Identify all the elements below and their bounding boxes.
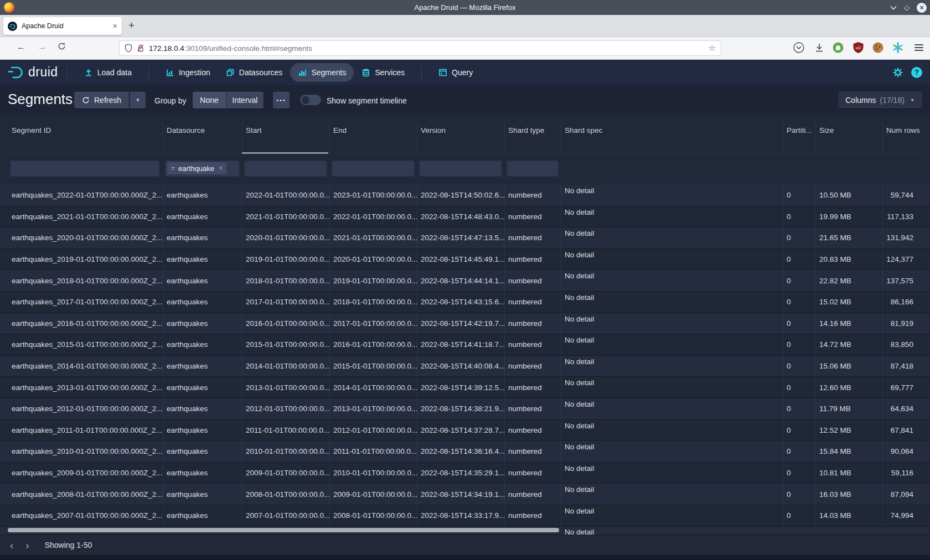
filter-input-end[interactable]	[332, 160, 415, 177]
table-row[interactable]: earthquakes_2011-01-01T00:00:00.000Z_2..…	[0, 420, 930, 442]
filter-input-version[interactable]	[419, 160, 502, 177]
nav-item-ingestion[interactable]: Ingestion	[158, 63, 218, 82]
horizontal-scrollbar-thumb[interactable]	[8, 528, 559, 532]
filter-input-segment-id[interactable]	[10, 160, 159, 177]
cell-size: 22.82 MB	[815, 270, 882, 291]
column-header-shard-type[interactable]: Shard type	[504, 115, 561, 146]
table-row[interactable]: earthquakes_2012-01-01T00:00:00.000Z_2..…	[0, 398, 930, 420]
cell-shard-spec: No detail	[561, 227, 783, 248]
table-row[interactable]: earthquakes_2007-01-01T00:00:00.000Z_2..…	[0, 505, 930, 527]
cookie-extension-icon[interactable]	[872, 42, 884, 54]
cell-shard-type: numbered	[504, 292, 561, 313]
column-header-start[interactable]: Start	[242, 115, 329, 146]
pocket-icon[interactable]	[793, 42, 805, 54]
nav-divider	[67, 66, 68, 79]
shield-icon[interactable]	[125, 44, 132, 53]
cell-num-rows: 64,634	[882, 398, 916, 419]
next-page-icon[interactable]: ›	[25, 540, 29, 551]
columns-button[interactable]: Columns (17/18) ▼	[838, 92, 922, 108]
window-minimize-icon[interactable]	[890, 6, 897, 10]
column-header-size[interactable]: Size	[815, 115, 882, 146]
table-row[interactable]: earthquakes_2021-01-01T00:00:00.000Z_2..…	[0, 206, 930, 228]
table-row[interactable]: earthquakes_2010-01-01T00:00:00.000Z_2..…	[0, 441, 930, 463]
tab-bar: Apache Druid × +	[0, 15, 930, 37]
menu-hamburger-icon[interactable]	[914, 44, 923, 51]
table-row[interactable]: earthquakes_2018-01-01T00:00:00.000Z_2..…	[0, 270, 930, 292]
cell-partitioning: 0	[783, 313, 815, 334]
svg-text:uO: uO	[856, 46, 861, 50]
table-row[interactable]: earthquakes_2014-01-01T00:00:00.000Z_2..…	[0, 356, 930, 377]
table-row[interactable]: earthquakes_2013-01-01T00:00:00.000Z_2..…	[0, 377, 930, 398]
window-close-icon[interactable]: ×	[917, 3, 927, 13]
table-row[interactable]: earthquakes_2009-01-01T00:00:00.000Z_2..…	[0, 463, 930, 484]
column-header-end[interactable]: End	[329, 115, 417, 146]
prev-page-icon[interactable]: ‹	[10, 540, 13, 551]
url-bar[interactable]: 172.18.0.4:30109/unified-console.html#se…	[119, 40, 721, 56]
table-row[interactable]: earthquakes_2020-01-01T00:00:00.000Z_2..…	[0, 227, 930, 249]
filter-input-datasource[interactable]: = earthquake ×	[165, 160, 240, 177]
filter-input-start[interactable]	[244, 160, 327, 177]
chevron-down-icon: ▼	[910, 97, 915, 103]
cell-size: 15.84 MB	[815, 441, 882, 462]
druid-logo[interactable]: druid	[7, 64, 58, 81]
column-header-segment-id[interactable]: Segment ID	[8, 115, 163, 146]
more-options-button[interactable]: •••	[273, 92, 290, 108]
filter-tag-remove-icon[interactable]: ×	[219, 164, 223, 172]
table-row[interactable]: earthquakes_2015-01-01T00:00:00.000Z_2..…	[0, 334, 930, 356]
nav-label: Segments	[311, 68, 346, 77]
nav-item-datasources[interactable]: Datasources	[218, 63, 291, 82]
cell-start: 2011-01-01T00:00:00.0...	[242, 420, 329, 441]
druid-brand-text: druid	[28, 65, 58, 80]
cell-shard-type: numbered	[504, 185, 561, 206]
window-maximize-icon[interactable]: ◇	[904, 4, 910, 11]
cell-start: 2015-01-01T00:00:00.0...	[242, 334, 329, 355]
table-row[interactable]: earthquakes_2017-01-01T00:00:00.000Z_2..…	[0, 292, 930, 313]
table-row[interactable]: earthquakes_2019-01-01T00:00:00.000Z_2..…	[0, 249, 930, 271]
group-by-none-button[interactable]: None	[193, 92, 226, 108]
filter-input-shard-type[interactable]	[507, 160, 559, 177]
table-body: earthquakes_2022-01-01T00:00:00.000Z_2..…	[0, 185, 930, 535]
column-header-num-rows[interactable]: Num rows	[882, 115, 916, 146]
nav-item-query[interactable]: Query	[431, 63, 480, 82]
column-divider	[882, 185, 883, 535]
back-button[interactable]: ←	[17, 42, 25, 52]
new-tab-button[interactable]: +	[128, 19, 135, 32]
tab-close-icon[interactable]: ×	[113, 22, 117, 30]
table-row[interactable]: earthquakes_2016-01-01T00:00:00.000Z_2..…	[0, 313, 930, 335]
refresh-button[interactable]: Refresh	[74, 92, 129, 108]
reload-button[interactable]	[58, 42, 66, 50]
cell-num-rows: 124,377	[882, 249, 916, 270]
table-row[interactable]: earthquakes_2008-01-01T00:00:00.000Z_2..…	[0, 484, 930, 505]
nav-item-services[interactable]: Services	[354, 63, 412, 82]
pinwheel-extension-icon[interactable]	[892, 42, 904, 54]
cell-size: 10.50 MB	[815, 185, 882, 206]
cell-num-rows: 74,994	[882, 505, 916, 526]
group-by-interval-button[interactable]: Interval	[226, 92, 264, 108]
nav-item-load-data[interactable]: Load data	[76, 63, 140, 82]
datasource-filter-tag[interactable]: = earthquake ×	[167, 162, 226, 174]
column-header-version[interactable]: Version	[417, 115, 504, 146]
ghostery-extension-icon[interactable]	[832, 42, 844, 54]
tab-title: Apache Druid	[22, 22, 110, 30]
cell-shard-type: numbered	[504, 420, 561, 441]
help-icon[interactable]: ?	[911, 67, 922, 78]
column-header-shard-spec[interactable]: Shard spec	[561, 115, 783, 146]
column-header-datasource[interactable]: Datasource	[163, 115, 242, 146]
nav-label: Ingestion	[179, 68, 210, 77]
download-icon[interactable]	[813, 42, 825, 54]
settings-gear-icon[interactable]	[892, 67, 903, 78]
nav-item-segments[interactable]: Segments	[290, 63, 354, 82]
ublock-origin-icon[interactable]: uO	[852, 42, 864, 54]
bookmark-star-icon[interactable]: ☆	[709, 43, 716, 53]
browser-tab[interactable]: Apache Druid ×	[3, 17, 122, 35]
lock-disabled-icon[interactable]	[137, 44, 144, 53]
refresh-dropdown-button[interactable]: ▼	[130, 92, 146, 108]
forward-button[interactable]: →	[38, 42, 46, 52]
column-header-partitioning[interactable]: Partiti...	[783, 115, 815, 146]
segment-timeline-toggle[interactable]	[300, 95, 321, 105]
cell-version: 2022-08-15T14:37:28.7...	[417, 420, 504, 441]
table-row[interactable]: earthquakes_2022-01-01T00:00:00.000Z_2..…	[0, 185, 930, 206]
cell-end: 2010-01-01T00:00:00.0...	[329, 463, 417, 484]
timeline-toggle-label: Show segment timeline	[327, 96, 407, 105]
url-text[interactable]: 172.18.0.4:30109/unified-console.html#se…	[149, 44, 709, 53]
